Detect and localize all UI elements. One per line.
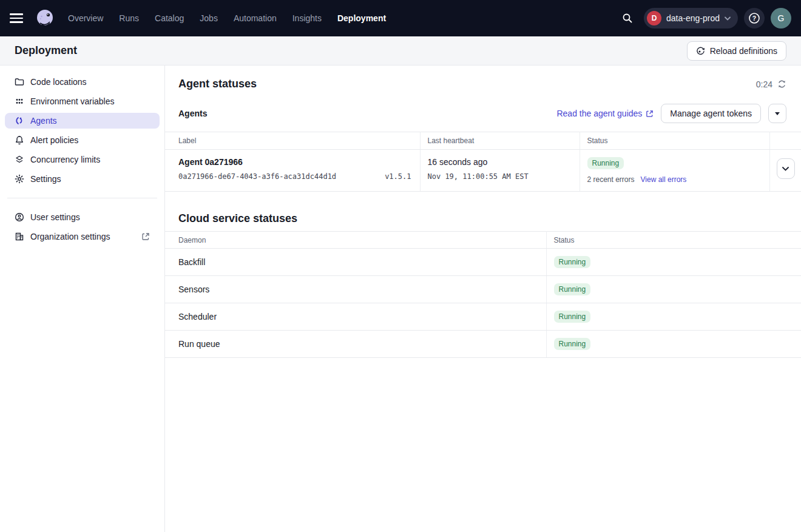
deployment-switcher-label: data-eng-prod	[666, 13, 720, 23]
daemon-row: Sensors Running	[165, 276, 801, 303]
nav-item-insights[interactable]: Insights	[292, 13, 322, 23]
layers-icon	[15, 155, 24, 164]
manage-agent-tokens-button[interactable]: Manage agent tokens	[661, 104, 761, 123]
chevron-down-icon	[725, 16, 731, 21]
sidebar-item-label: Settings	[30, 174, 61, 184]
reload-icon	[696, 46, 705, 55]
refresh-countdown: 0:24	[756, 79, 786, 89]
app-window: Overview Runs Catalog Jobs Automation In…	[0, 0, 801, 532]
status-badge: Running	[554, 338, 591, 350]
daemon-name: Scheduler	[165, 303, 546, 331]
org-icon	[15, 232, 24, 241]
sidebar-item-alert-policies[interactable]: Alert policies	[5, 132, 160, 148]
agents-table: Label Last heartbeat Status Agent 0a2719…	[165, 132, 801, 192]
status-badge: Running	[554, 283, 591, 295]
nav-item-automation[interactable]: Automation	[234, 13, 277, 23]
status-badge: Running	[554, 256, 591, 268]
agents-subtitle: Agents	[178, 109, 207, 118]
agent-version: v1.5.1	[385, 172, 411, 181]
agents-table-header: Label Last heartbeat Status	[165, 132, 801, 150]
primary-nav: Overview Runs Catalog Jobs Automation In…	[68, 13, 386, 23]
help-icon[interactable]: ?	[744, 8, 765, 29]
sidebar-item-user-settings[interactable]: User settings	[5, 209, 160, 225]
sidebar-item-label: Alert policies	[30, 135, 78, 145]
sidebar-item-organization-settings[interactable]: Organization settings	[5, 229, 160, 244]
daemon-name: Run queue	[165, 331, 546, 358]
sidebar-item-settings[interactable]: Settings	[5, 171, 160, 187]
heartbeat-absolute: Nov 19, 11:00:55 AM EST	[428, 172, 529, 181]
daemon-row: Run queue Running	[165, 331, 801, 358]
chevron-down-icon	[782, 167, 789, 171]
cloud-service-statuses-title: Cloud service statuses	[178, 212, 297, 225]
sidebar-item-label: Agents	[30, 116, 57, 126]
daemon-row: Scheduler Running	[165, 303, 801, 331]
agent-icon	[15, 116, 24, 126]
agent-guides-link[interactable]: Read the agent guides	[556, 109, 654, 118]
col-actions	[769, 132, 801, 150]
external-link-icon	[141, 232, 150, 241]
sidebar-item-label: Environment variables	[30, 96, 115, 106]
sidebar-divider	[7, 198, 157, 198]
cloud-services-table: Daemon Status Backfill Running Sensors R…	[165, 231, 801, 358]
nav-item-catalog[interactable]: Catalog	[155, 13, 184, 23]
sidebar-item-environment-variables[interactable]: Environment variables	[5, 93, 160, 109]
dagster-logo-icon[interactable]	[34, 7, 56, 29]
page-header: Deployment Reload definitions	[0, 36, 801, 66]
agent-statuses-title: Agent statuses	[178, 78, 257, 90]
user-avatar[interactable]: G	[771, 8, 791, 29]
sidebar-item-concurrency-limits[interactable]: Concurrency limits	[5, 152, 160, 167]
countdown-value: 0:24	[756, 79, 772, 89]
agent-uuid: 0a271966-de67-4043-a3f6-aca31dc44d1d	[178, 172, 336, 181]
col-last-heartbeat: Last heartbeat	[420, 132, 580, 150]
col-label: Label	[165, 132, 420, 150]
deployment-initial-badge: D	[647, 11, 661, 25]
reload-definitions-button[interactable]: Reload definitions	[687, 41, 786, 61]
col-daemon: Daemon	[165, 232, 546, 249]
folder-icon	[15, 77, 24, 87]
sidebar-item-label: Code locations	[30, 77, 87, 87]
nav-item-runs[interactable]: Runs	[119, 13, 139, 23]
status-badge: Running	[554, 311, 591, 323]
daemon-row: Backfill Running	[165, 249, 801, 276]
deployment-sidebar: Code locations Environment variables Age…	[0, 66, 165, 532]
nav-item-jobs[interactable]: Jobs	[200, 13, 218, 23]
user-icon	[15, 212, 24, 222]
sidebar-item-label: User settings	[30, 212, 80, 222]
page-title: Deployment	[15, 44, 77, 57]
search-icon[interactable]	[617, 8, 638, 29]
bell-icon	[15, 135, 24, 145]
sidebar-item-code-locations[interactable]: Code locations	[5, 74, 160, 90]
heartbeat-relative: 16 seconds ago	[428, 157, 572, 167]
deployment-switcher[interactable]: D data-eng-prod	[644, 8, 738, 29]
reload-definitions-label: Reload definitions	[710, 46, 777, 56]
agent-row: Agent 0a271966 0a271966-de67-4043-a3f6-a…	[165, 150, 801, 192]
col-status: Status	[580, 132, 769, 150]
nav-item-deployment[interactable]: Deployment	[337, 13, 386, 23]
top-nav: Overview Runs Catalog Jobs Automation In…	[0, 0, 801, 36]
svg-text:?: ?	[752, 15, 756, 22]
col-status: Status	[546, 232, 801, 249]
recent-errors-count: 2 recent errors	[587, 175, 635, 184]
sidebar-item-agents[interactable]: Agents	[5, 113, 160, 129]
manage-agent-tokens-label: Manage agent tokens	[670, 109, 752, 118]
agent-guides-link-label: Read the agent guides	[556, 109, 642, 118]
view-all-errors-link[interactable]: View all errors	[641, 175, 687, 184]
refresh-icon[interactable]	[777, 79, 786, 89]
main-content: Agent statuses 0:24 Agents Read the agen…	[165, 66, 801, 532]
hamburger-menu-icon[interactable]	[10, 10, 27, 27]
cloud-table-header: Daemon Status	[165, 232, 801, 249]
agent-row-expand-button[interactable]	[777, 158, 795, 179]
gear-icon	[15, 174, 24, 184]
agent-actions-menu-button[interactable]	[768, 104, 786, 123]
topnav-right: D data-eng-prod ? G	[617, 8, 791, 29]
env-vars-icon	[15, 96, 24, 106]
agent-label: Agent 0a271966	[178, 157, 413, 167]
status-badge: Running	[587, 157, 624, 169]
daemon-name: Backfill	[165, 249, 546, 276]
caret-down-icon	[775, 112, 780, 115]
external-link-icon	[646, 110, 654, 118]
nav-item-overview[interactable]: Overview	[68, 13, 103, 23]
daemon-name: Sensors	[165, 276, 546, 303]
sidebar-item-label: Concurrency limits	[30, 155, 100, 164]
sidebar-item-label: Organization settings	[30, 232, 110, 241]
